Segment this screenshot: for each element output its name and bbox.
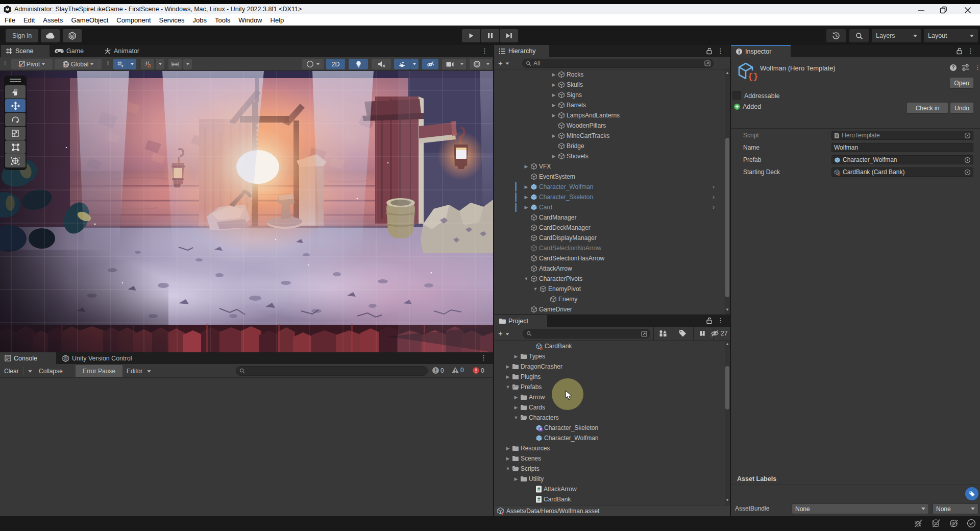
svg-text:{}: {} [540,346,543,350]
svg-text:Y: Y [121,64,124,68]
svg-text:?: ? [951,65,954,70]
svg-text:D: D [71,34,74,37]
svg-text:{}: {} [838,172,841,175]
svg-text:#: # [537,497,541,502]
svg-text:#: # [537,487,541,492]
svg-text:{}: {} [501,511,504,515]
svg-text:{}: {} [748,72,757,82]
svg-text:D: D [65,357,67,360]
